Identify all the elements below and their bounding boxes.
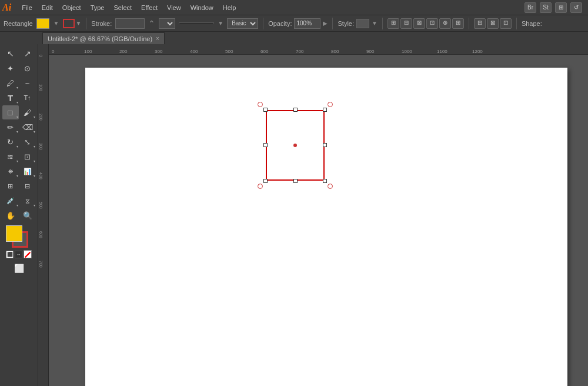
scale-tool-btn[interactable]: ⤡ ▾ xyxy=(19,135,36,149)
grid-icon[interactable]: ⊞ xyxy=(555,2,567,13)
menu-help[interactable]: Help xyxy=(218,3,241,12)
canvas-area[interactable]: 0 100 200 300 400 500 600 700 800 900 10… xyxy=(38,44,588,386)
warp-row: ≋ ▾ ⊡ ▾ xyxy=(0,149,38,164)
dist-h2[interactable]: ⊡ xyxy=(500,18,512,29)
distribute-controls: ⊟ ⊠ ⊡ xyxy=(474,18,512,29)
left-toolbar: ↖ ↗ ✦ ⊙ 🖊 ▾ ~ xyxy=(0,44,38,386)
rotate-tool-btn[interactable]: ↻ ▾ xyxy=(2,135,19,149)
stroke-swatch-preview[interactable] xyxy=(63,19,75,28)
style-preview[interactable] xyxy=(356,19,369,28)
tab-bar: Untitled-2* @ 66.67% (RGB/Outline) × xyxy=(0,31,588,44)
menu-window[interactable]: Window xyxy=(186,3,218,12)
color-area: ⬛ ↔ xyxy=(0,225,38,258)
selection-tool-btn[interactable]: ↖ xyxy=(2,46,19,61)
eraser-icon: ⌫ xyxy=(22,123,33,132)
menu-type[interactable]: Type xyxy=(86,3,109,12)
rotate-icon: ↻ xyxy=(7,138,14,147)
align-right[interactable]: ⊠ xyxy=(413,18,425,29)
paintbrush-btn[interactable]: 🖌 ▾ xyxy=(19,105,36,119)
paintbrush-icon: 🖌 xyxy=(24,108,31,117)
rotate-handle-tl[interactable] xyxy=(258,102,263,107)
symbol-tool-btn[interactable]: ❋ ▾ xyxy=(2,164,19,178)
opacity-input[interactable] xyxy=(294,18,320,29)
align-middle[interactable]: ⊛ xyxy=(439,18,451,29)
free-transform-btn[interactable]: ⊡ ▾ xyxy=(19,149,36,164)
touch-type-btn[interactable]: T↑ xyxy=(19,91,36,105)
main-layout: ↖ ↗ ✦ ⊙ 🖊 ▾ ~ xyxy=(0,44,588,386)
change-screen-mode-btn[interactable]: ⬜ xyxy=(11,261,27,275)
center-point xyxy=(293,144,297,147)
fill-color-swatch[interactable] xyxy=(6,225,22,242)
align-bottom[interactable]: ⊞ xyxy=(452,18,464,29)
column-graph-icon: 📊 xyxy=(24,168,32,175)
selected-rectangle[interactable] xyxy=(266,110,325,181)
slice-tool-btn[interactable]: ⊟ xyxy=(19,179,36,193)
menu-effect[interactable]: Effect xyxy=(136,3,162,12)
dist-h[interactable]: ⊟ xyxy=(474,18,486,29)
opacity-arrow[interactable]: ▶ xyxy=(323,20,328,26)
lasso-btn[interactable]: ⊙ xyxy=(19,61,36,75)
none-color-btn[interactable] xyxy=(24,250,32,258)
warp-icon: ≋ xyxy=(7,152,14,161)
stroke-input[interactable] xyxy=(115,18,145,29)
scale-handle-ml[interactable] xyxy=(263,143,268,147)
direct-select-tool-btn[interactable]: ↗ xyxy=(19,46,36,61)
curvature-tool-btn[interactable]: ~ xyxy=(19,76,36,90)
scale-handle-tr[interactable] xyxy=(323,108,327,112)
document-tab[interactable]: Untitled-2* @ 66.67% (RGB/Outline) × xyxy=(42,32,165,44)
fg-bg-swatches xyxy=(6,225,32,249)
type-tool-btn[interactable]: T ▾ xyxy=(2,91,19,105)
scale-handle-mr[interactable] xyxy=(323,143,327,147)
artboard-tool-btn[interactable]: ⊞ xyxy=(2,179,19,193)
menu-select[interactable]: Select xyxy=(109,3,136,12)
color-controls-row: ⬛ ↔ xyxy=(6,250,32,258)
scale-handle-bc[interactable] xyxy=(293,179,298,183)
eraser-btn[interactable]: ⌫ ▾ xyxy=(19,120,36,134)
pen-tool-btn[interactable]: 🖊 ▾ xyxy=(2,76,19,90)
hand-zoom-row: ✋ 🔍 xyxy=(0,208,38,222)
rectangle-tool-btn[interactable]: □ ▾ xyxy=(2,105,19,119)
type-row: T ▾ T↑ xyxy=(0,91,38,105)
sync-icon[interactable]: ↺ xyxy=(570,2,582,13)
style-arrow[interactable]: ▼ xyxy=(372,20,377,26)
stock-icon[interactable]: St xyxy=(540,2,552,13)
dist-v[interactable]: ⊠ xyxy=(487,18,499,29)
blend-tool-btn[interactable]: ⧖ ▾ xyxy=(19,194,36,208)
menu-object[interactable]: Object xyxy=(58,3,86,12)
menu-edit[interactable]: Edit xyxy=(37,3,58,12)
stroke-preset-select[interactable]: Basic xyxy=(227,18,258,29)
bridge-icon[interactable]: Br xyxy=(524,2,536,13)
tab-close-btn[interactable]: × xyxy=(156,35,159,42)
scale-handle-bl[interactable] xyxy=(263,179,268,183)
fill-swatch[interactable] xyxy=(36,18,49,29)
app-logo: Ai xyxy=(2,2,11,13)
column-graph-btn[interactable]: 📊 ▾ xyxy=(19,164,36,178)
rotate-handle-bl[interactable] xyxy=(258,184,263,189)
rotate-handle-tr[interactable] xyxy=(328,102,333,107)
rotate-handle-br[interactable] xyxy=(328,184,333,189)
pencil-tool-btn[interactable]: ✏ ▾ xyxy=(2,120,19,134)
stroke-style-select[interactable] xyxy=(159,18,175,29)
scale-handle-tl[interactable] xyxy=(263,108,268,112)
zoom-tool-btn[interactable]: 🔍 xyxy=(19,208,36,222)
magic-wand-btn[interactable]: ✦ xyxy=(2,61,19,75)
menu-file[interactable]: File xyxy=(17,3,37,12)
menu-view[interactable]: View xyxy=(162,3,186,12)
scale-handle-br[interactable] xyxy=(323,179,327,183)
default-colors-btn[interactable]: ⬛ xyxy=(6,251,14,258)
align-top[interactable]: ⊡ xyxy=(426,18,438,29)
hand-tool-btn[interactable]: ✋ xyxy=(2,208,19,222)
warp-tool-btn[interactable]: ≋ ▾ xyxy=(2,149,19,164)
stroke-up-arrow[interactable]: ⌃ xyxy=(148,19,155,28)
align-left[interactable]: ⊞ xyxy=(387,18,399,29)
scale-handle-tc[interactable] xyxy=(293,108,298,112)
align-center[interactable]: ⊟ xyxy=(400,18,412,29)
shape-container[interactable] xyxy=(266,110,325,181)
eyedropper-btn[interactable]: 💉 ▾ xyxy=(2,194,19,208)
stroke-line-preview xyxy=(179,22,214,24)
menu-right-icons: Br St ⊞ ↺ xyxy=(524,2,582,13)
zoom-icon: 🔍 xyxy=(23,211,32,220)
swap-colors-btn[interactable]: ↔ xyxy=(15,251,22,258)
select-tools-row: ↖ ↗ xyxy=(0,46,38,61)
direct-select-icon: ↗ xyxy=(24,49,31,58)
